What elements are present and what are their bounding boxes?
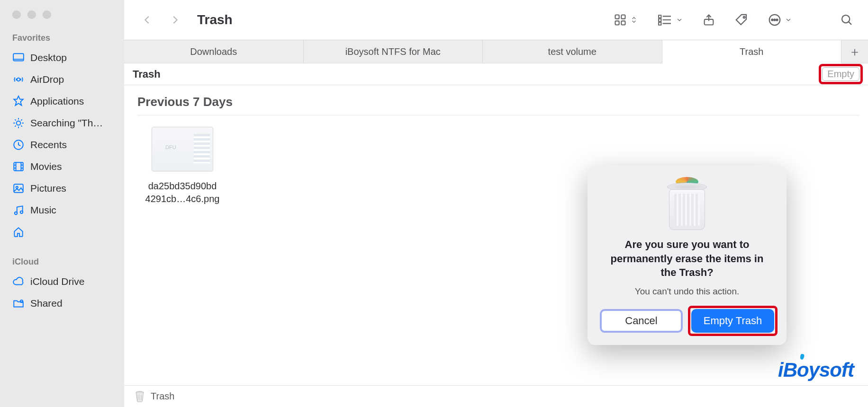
sidebar-item-applications[interactable]: Applications [0,90,124,112]
dialog-buttons: Cancel Empty Trash [600,309,774,333]
tab-label: Trash [740,46,763,57]
zoom-window-button[interactable] [43,10,51,19]
sidebar-item-airdrop[interactable]: AirDrop [0,69,124,90]
sidebar-item-label: Desktop [30,52,67,63]
svg-point-20 [771,19,773,20]
view-icons-button[interactable] [613,13,638,27]
dialog-title: Are you sure you want to permanently era… [602,238,772,280]
tab-trash[interactable]: Trash [662,40,842,63]
empty-trash-button[interactable]: Empty [822,67,859,81]
search-button[interactable] [840,13,854,27]
empty-label: Empty [827,69,854,79]
close-window-button[interactable] [12,10,21,19]
path-label: Trash [151,391,174,402]
location-title: Trash [133,68,161,80]
cloud-icon [12,275,25,288]
file-name-line1: da25bd35d90bd [137,180,227,193]
svg-rect-4 [14,162,23,170]
sidebar-item-shared[interactable]: Shared [0,292,124,314]
gear-icon [12,117,25,129]
sidebar-section-favorites: Favorites [0,29,124,47]
forward-button[interactable] [161,13,189,27]
svg-rect-15 [659,19,661,21]
music-icon [12,204,25,216]
tab-downloads[interactable]: Downloads [124,40,304,63]
svg-point-9 [20,300,23,302]
svg-rect-12 [615,21,619,25]
sidebar-item-recents[interactable]: Recents [0,134,124,156]
trash-icon [135,390,145,403]
sidebar-item-icloud-drive[interactable]: iCloud Drive [0,271,124,292]
content-area: Previous 7 Days da25bd35d90bd 4291cb…4c6… [124,85,868,385]
sidebar-section-icloud: iCloud [0,253,124,271]
share-button[interactable] [702,13,715,27]
cancel-button[interactable]: Cancel [600,309,683,333]
home-icon [12,226,25,238]
sidebar-item-label: Searching "Th… [30,117,103,129]
svg-point-6 [16,186,18,188]
location-bar: Trash Empty [124,63,868,85]
confirm-dialog: Are you sure you want to permanently era… [588,166,787,345]
svg-rect-10 [615,15,619,19]
tab-test-volume[interactable]: test volume [483,40,662,63]
svg-point-8 [20,211,23,213]
file-name-line2: 4291cb…4c6.png [137,193,227,205]
window-controls [0,7,124,29]
svg-point-21 [774,19,775,20]
finder-window: Favorites Desktop AirDrop Applications S… [0,0,868,407]
action-menu-button[interactable] [768,13,792,27]
sidebar-item-label: Applications [30,96,84,107]
tab-iboysoft[interactable]: iBoysoft NTFS for Mac [304,40,483,63]
path-bar: Trash [124,385,868,407]
toolbar: Trash [124,0,868,40]
window-title: Trash [197,12,233,27]
tags-button[interactable] [734,13,749,27]
tab-label: test volume [548,46,597,57]
watermark-logo: iBoysoft [778,359,854,381]
tab-label: iBoysoft NTFS for Mac [345,46,441,57]
sidebar-item-pictures[interactable]: Pictures [0,177,124,199]
sidebar-item-label: Shared [30,298,63,309]
airdrop-icon [12,73,25,86]
file-thumbnail [152,127,213,171]
svg-point-22 [776,19,778,20]
sidebar-item-desktop[interactable]: Desktop [0,47,124,69]
sidebar-item-label: Music [30,204,56,216]
tab-bar: Downloads iBoysoft NTFS for Mac test vol… [124,40,868,63]
svg-rect-14 [659,15,661,18]
group-by-button[interactable] [657,14,683,26]
applications-icon [12,95,25,107]
sidebar-item-label: Recents [30,139,67,150]
sidebar-item-home[interactable] [0,221,124,243]
film-icon [12,160,25,173]
button-label: Cancel [625,315,657,327]
sidebar-item-saved-search[interactable]: Searching "Th… [0,112,124,134]
trash-full-icon [664,180,710,232]
group-header: Previous 7 Days [137,85,859,115]
main-area: Trash [124,0,868,407]
empty-trash-confirm-button[interactable]: Empty Trash [691,309,774,333]
svg-point-18 [743,17,745,18]
svg-point-2 [17,121,21,125]
desktop-icon [12,52,25,64]
svg-point-1 [17,78,20,81]
back-button[interactable] [134,13,161,27]
minimize-window-button[interactable] [27,10,36,19]
sidebar-item-label: iCloud Drive [30,276,84,287]
svg-point-7 [15,212,17,214]
sidebar-item-music[interactable]: Music [0,199,124,221]
sidebar-item-movies[interactable]: Movies [0,156,124,177]
button-label: Empty Trash [704,315,762,327]
toolbar-right [613,13,854,27]
pictures-icon [12,182,25,195]
clock-icon [12,139,25,151]
svg-rect-11 [621,15,625,19]
tab-label: Downloads [190,46,237,57]
sidebar: Favorites Desktop AirDrop Applications S… [0,0,124,407]
new-tab-button[interactable]: ＋ [841,40,868,63]
shared-folder-icon [12,297,25,310]
sidebar-item-label: AirDrop [30,74,64,85]
svg-rect-16 [659,22,661,25]
file-item[interactable]: da25bd35d90bd 4291cb…4c6.png [137,127,227,205]
dialog-subtitle: You can't undo this action. [600,286,774,297]
